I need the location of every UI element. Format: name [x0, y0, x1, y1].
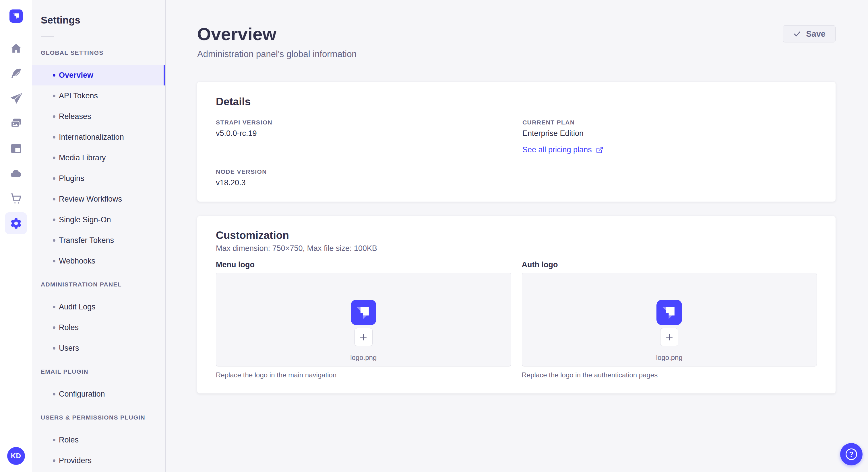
sidebar-item-internationalization[interactable]: Internationalization [32, 127, 165, 147]
sidebar-item-label: Overview [59, 71, 93, 80]
details-left-column: STRAPI VERSION v5.0.0-rc.19 NODE VERSION… [216, 108, 522, 187]
sidebar-item-label: Single Sign-On [59, 215, 111, 224]
bullet-icon [53, 393, 55, 396]
sidebar-item-label: Media Library [59, 154, 106, 162]
sidebar-item-label: Review Workflows [59, 195, 122, 204]
bullet-icon [53, 306, 55, 308]
menu-logo-upload-box[interactable]: logo.png [216, 273, 511, 367]
home-icon[interactable] [0, 36, 32, 61]
page-subtitle: Administration panel's global informatio… [197, 49, 357, 59]
active-nav-pill [5, 212, 27, 234]
plus-icon [359, 333, 368, 341]
sidebar-item-webhooks[interactable]: Webhooks [32, 250, 165, 271]
main-content: Overview Administration panel's global i… [166, 0, 868, 472]
auth-logo-column: Auth logo [522, 260, 817, 379]
bullet-icon [53, 326, 55, 329]
external-link-icon [596, 146, 603, 154]
menu-logo-hint: Replace the logo in the main navigation [216, 371, 511, 379]
save-button-label: Save [806, 29, 826, 39]
pricing-plans-link-label: See all pricing plans [522, 145, 592, 154]
sidebar-item-review-workflows[interactable]: Review Workflows [32, 189, 165, 209]
sidebar-item-label: Users [59, 344, 79, 353]
sidebar-item-label: Roles [59, 323, 79, 332]
sidebar-item-label: Webhooks [59, 257, 95, 266]
sidebar-item-admin-roles[interactable]: Roles [32, 317, 165, 338]
sidebar-item-up-providers[interactable]: Providers [32, 450, 165, 471]
strapi-version-field: STRAPI VERSION v5.0.0-rc.19 [216, 119, 522, 138]
sidebar-item-releases[interactable]: Releases [32, 106, 165, 127]
strapi-logo[interactable] [9, 9, 23, 23]
sidebar-item-label: Releases [59, 112, 91, 121]
logos-grid: Menu logo [216, 260, 817, 379]
content-area: Details STRAPI VERSION v5.0.0-rc.19 NODE… [166, 82, 868, 394]
sidebar-item-up-roles[interactable]: Roles [32, 430, 165, 450]
sidebar-item-media-library[interactable]: Media Library [32, 147, 165, 168]
current-plan-value: Enterprise Edition [522, 129, 817, 138]
sidebar-item-single-sign-on[interactable]: Single Sign-On [32, 209, 165, 230]
sidebar-title: Settings [41, 14, 165, 26]
bullet-icon [53, 74, 55, 76]
strapi-version-value: v5.0.0-rc.19 [216, 129, 522, 138]
customization-subtitle: Max dimension: 750×750, Max file size: 1… [216, 244, 817, 253]
main-nav-rail: KD [0, 0, 32, 472]
strapi-logo-preview [351, 300, 376, 325]
bullet-icon [53, 157, 55, 159]
page-title: Overview [197, 25, 357, 43]
settings-gear-icon[interactable] [0, 211, 32, 236]
help-button[interactable]: ? [840, 443, 863, 465]
menu-logo-label: Menu logo [216, 260, 511, 269]
auth-logo-label: Auth logo [522, 260, 817, 269]
add-menu-logo-button[interactable] [354, 328, 373, 346]
node-version-field: NODE VERSION v18.20.3 [216, 168, 522, 187]
details-right-column: CURRENT PLAN Enterprise Edition See all … [522, 108, 817, 187]
menu-logo-filename: logo.png [350, 353, 377, 362]
rail-bottom-area: KD [0, 440, 32, 472]
bullet-icon [53, 260, 55, 262]
sidebar-item-label: Plugins [59, 174, 84, 183]
bullet-icon [53, 460, 55, 462]
rail-icon-list [0, 36, 32, 236]
layout-icon[interactable] [0, 136, 32, 161]
user-avatar[interactable]: KD [7, 447, 25, 465]
paper-plane-icon[interactable] [0, 86, 32, 111]
feather-icon[interactable] [0, 61, 32, 86]
cart-icon[interactable] [0, 186, 32, 211]
sidebar-item-label: Roles [59, 436, 79, 444]
sidebar-item-api-tokens[interactable]: API Tokens [32, 86, 165, 106]
cloud-icon[interactable] [0, 161, 32, 186]
details-card-title: Details [216, 96, 817, 108]
bullet-icon [53, 95, 55, 97]
customization-card: Customization Max dimension: 750×750, Ma… [197, 216, 836, 394]
auth-logo-filename: logo.png [656, 353, 683, 362]
node-version-label: NODE VERSION [216, 168, 522, 175]
sidebar-item-label: Transfer Tokens [59, 236, 114, 245]
sidebar-item-label: Providers [59, 456, 92, 465]
plus-icon [665, 333, 674, 341]
section-global-settings: GLOBAL SETTINGS [32, 49, 165, 56]
sidebar-item-plugins[interactable]: Plugins [32, 168, 165, 189]
page-header: Overview Administration panel's global i… [166, 0, 868, 59]
auth-logo-hint: Replace the logo in the authentication p… [522, 371, 817, 379]
auth-logo-upload-box[interactable]: logo.png [522, 273, 817, 367]
bullet-icon [53, 239, 55, 242]
section-email-plugin: EMAIL PLUGIN [32, 368, 165, 375]
save-button[interactable]: Save [783, 25, 836, 42]
current-plan-field: CURRENT PLAN Enterprise Edition [522, 119, 817, 138]
pricing-plans-link[interactable]: See all pricing plans [522, 145, 603, 154]
sidebar-item-transfer-tokens[interactable]: Transfer Tokens [32, 230, 165, 250]
sidebar-item-label: Internationalization [59, 133, 124, 142]
current-plan-label: CURRENT PLAN [522, 119, 817, 126]
bullet-icon [53, 218, 55, 221]
strapi-logo-preview [656, 300, 682, 325]
sidebar-item-admin-users[interactable]: Users [32, 338, 165, 359]
bullet-icon [53, 347, 55, 349]
add-auth-logo-button[interactable] [660, 328, 678, 346]
sidebar-item-email-configuration[interactable]: Configuration [32, 384, 165, 404]
strapi-version-label: STRAPI VERSION [216, 119, 522, 126]
sidebar-item-audit-logs[interactable]: Audit Logs [32, 297, 165, 317]
check-icon [793, 30, 801, 38]
bullet-icon [53, 115, 55, 118]
sidebar-item-overview[interactable]: Overview [32, 65, 165, 86]
media-images-icon[interactable] [0, 111, 32, 136]
sidebar-item-label: Audit Logs [59, 303, 96, 311]
